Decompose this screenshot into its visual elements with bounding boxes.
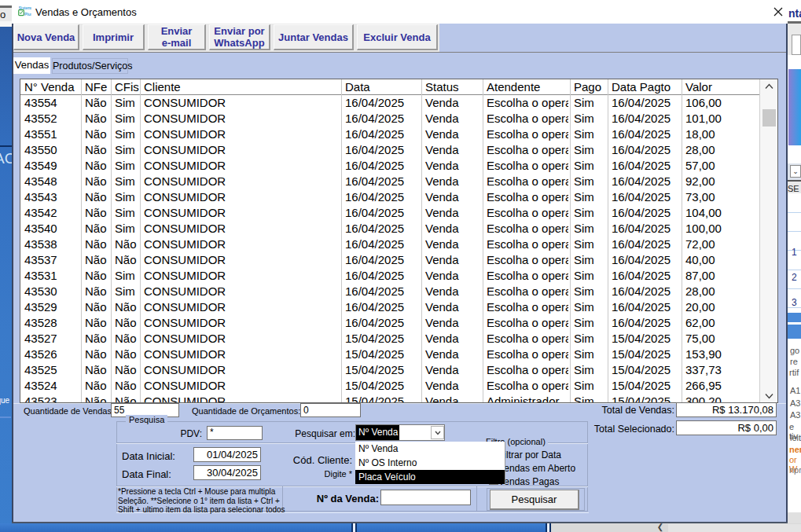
svg-text:Plus: Plus xyxy=(24,12,31,17)
